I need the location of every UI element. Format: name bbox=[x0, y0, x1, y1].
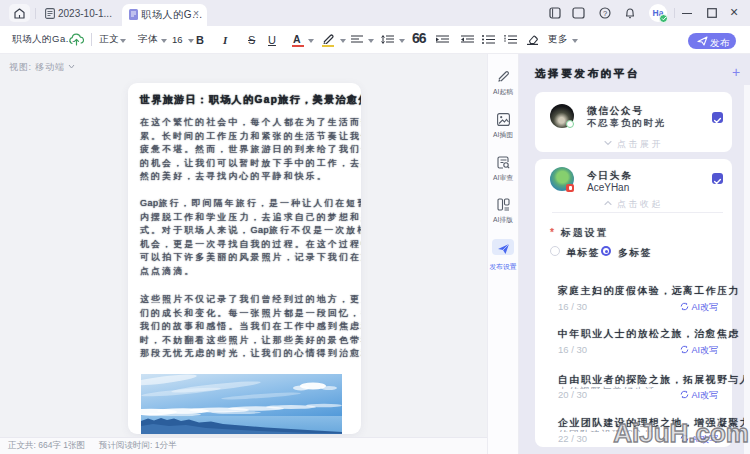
svg-text:?: ? bbox=[603, 9, 607, 18]
